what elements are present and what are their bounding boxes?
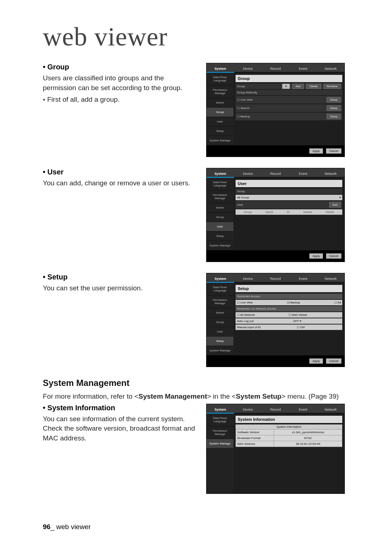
- side-perm[interactable]: Permission Manage: [207, 426, 233, 439]
- sysinfo-table: Software Versionv1.0xh_yymmddhhmmss Broa…: [236, 429, 342, 447]
- tab-system[interactable]: System: [207, 273, 234, 283]
- side-user[interactable]: User: [207, 327, 233, 337]
- apply-button[interactable]: Apply: [309, 358, 323, 364]
- group-select[interactable]: All Group: [237, 196, 249, 199]
- tab-system[interactable]: System: [207, 168, 234, 178]
- autologout-select[interactable]: OFF: [293, 319, 299, 323]
- sysinfo-desc: You can see information of the current s…: [43, 414, 199, 443]
- group-desc: Users are classified into groups and the…: [43, 73, 199, 93]
- section-group: • Group Users are classified into groups…: [43, 63, 359, 157]
- tab-device[interactable]: Device: [234, 404, 262, 414]
- setup-heading: • Setup: [43, 273, 199, 281]
- side-setup[interactable]: Setup: [207, 126, 233, 136]
- side-dtl[interactable]: Date/Time/ Language: [207, 178, 233, 190]
- side-perm[interactable]: Permission Manage: [207, 190, 233, 203]
- group-step: First of all, add a group.: [43, 95, 199, 105]
- side-sysmanage[interactable]: System Manage: [207, 136, 233, 145]
- cancel-button[interactable]: Cancel: [326, 358, 342, 364]
- dropdown-icon[interactable]: ▾: [339, 196, 341, 199]
- side-group[interactable]: Group: [207, 318, 233, 327]
- section-sysinfo: • System Information You can see informa…: [43, 404, 359, 494]
- side-setup[interactable]: Setup: [207, 337, 233, 346]
- screenshot-user: System Device Record Event Network Date/…: [206, 168, 345, 262]
- restrict-network-label: Restriction on Network Access: [237, 307, 276, 310]
- page-footer: 96_ web viewer: [43, 523, 359, 531]
- backup-setup-button[interactable]: Setup: [327, 114, 341, 119]
- search-check[interactable]: Search: [237, 106, 250, 110]
- rename-button[interactable]: Rename: [323, 84, 341, 89]
- liveview-check[interactable]: Live View: [237, 98, 253, 101]
- tab-record[interactable]: Record: [262, 168, 289, 178]
- user-desc: You can add, change or remove a user or …: [43, 178, 199, 188]
- panel-title: Setup: [236, 285, 342, 292]
- col-group: Group: [244, 210, 252, 214]
- side-dtl[interactable]: Date/Time/ Language: [207, 414, 233, 426]
- screenshot-group: System Device Record Event Network Date/…: [206, 63, 345, 157]
- side-admin[interactable]: Admin: [207, 203, 233, 213]
- table-row: Software Versionv1.0xh_yymmddhhmmss: [236, 429, 342, 435]
- section-setup: • Setup You can set the user permission.…: [43, 273, 359, 367]
- backup-check[interactable]: Backup: [237, 115, 250, 118]
- panel-title: System Information: [236, 416, 342, 423]
- side-perm[interactable]: Permission Manage: [207, 295, 233, 308]
- side-user[interactable]: User: [207, 117, 233, 126]
- side-dtl[interactable]: Date/Time/ Language: [207, 73, 233, 85]
- panel-title: User: [236, 180, 342, 187]
- tab-network[interactable]: Network: [317, 273, 344, 283]
- side-sysmanage[interactable]: System Manage: [207, 439, 233, 448]
- side-setup[interactable]: Setup: [207, 231, 233, 241]
- system-management-heading: System Management: [43, 378, 359, 388]
- side-user[interactable]: User: [207, 222, 233, 231]
- cancel-button[interactable]: Cancel: [326, 148, 342, 154]
- liveview-check[interactable]: Live View: [237, 301, 253, 304]
- side-group[interactable]: Group: [207, 213, 233, 222]
- side-group[interactable]: Group: [207, 108, 233, 117]
- tab-record[interactable]: Record: [262, 404, 289, 414]
- tab-event[interactable]: Event: [289, 63, 317, 73]
- tab-network[interactable]: Network: [317, 63, 344, 73]
- page-number: 96: [43, 523, 50, 531]
- k-softver: Software Version: [236, 429, 274, 435]
- add-button[interactable]: Add: [292, 84, 304, 89]
- side-perm[interactable]: Permission Manage: [207, 85, 233, 98]
- tab-device[interactable]: Device: [234, 273, 262, 283]
- manualid-check[interactable]: ON: [297, 326, 305, 329]
- allnetwork-check[interactable]: All Network: [237, 313, 255, 317]
- tab-device[interactable]: Device: [234, 63, 262, 73]
- apply-button[interactable]: Apply: [309, 253, 323, 259]
- user-bar-label: User: [237, 203, 243, 206]
- footer-label: web viewer: [56, 523, 91, 531]
- block-title: System Information: [236, 424, 342, 429]
- dropdown-icon[interactable]: ▾: [282, 84, 290, 89]
- apply-button[interactable]: Apply: [309, 148, 323, 154]
- tab-system[interactable]: System: [207, 63, 234, 73]
- add-button[interactable]: Add: [329, 202, 341, 208]
- cancel-button[interactable]: Cancel: [326, 253, 342, 259]
- screenshot-sysinfo: System Device Record Event Network Date/…: [206, 404, 345, 494]
- side-admin[interactable]: Admin: [207, 98, 233, 108]
- side-admin[interactable]: Admin: [207, 308, 233, 318]
- v-broadcast: NTSC: [274, 435, 342, 441]
- tab-network[interactable]: Network: [317, 404, 344, 414]
- side-sysmanage[interactable]: System Manage: [207, 346, 233, 355]
- side-dtl[interactable]: Date/Time/ Language: [207, 283, 233, 295]
- manualid-label: Manual Input of ID: [237, 326, 261, 329]
- tab-record[interactable]: Record: [262, 63, 289, 73]
- tab-record[interactable]: Record: [262, 273, 289, 283]
- backup-check[interactable]: ☑: [287, 301, 290, 304]
- group-heading: • Group: [43, 63, 199, 71]
- tab-device[interactable]: Device: [234, 168, 262, 178]
- liveview-setup-button[interactable]: Setup: [327, 97, 341, 102]
- search-setup-button[interactable]: Setup: [327, 105, 341, 111]
- tab-network[interactable]: Network: [317, 168, 344, 178]
- delete-button[interactable]: Delete: [306, 84, 321, 89]
- k-broadcast: Broadcast Format: [236, 435, 274, 441]
- tab-event[interactable]: Event: [289, 273, 317, 283]
- tab-system[interactable]: System: [207, 404, 234, 414]
- webviewer-check[interactable]: Web Viewer: [289, 313, 307, 317]
- side-sysmanage[interactable]: System Manage: [207, 241, 233, 250]
- tab-event[interactable]: Event: [289, 404, 317, 414]
- tab-event[interactable]: Event: [289, 168, 317, 178]
- group-bar-label: Group: [237, 85, 245, 88]
- all-check[interactable]: All: [334, 301, 341, 304]
